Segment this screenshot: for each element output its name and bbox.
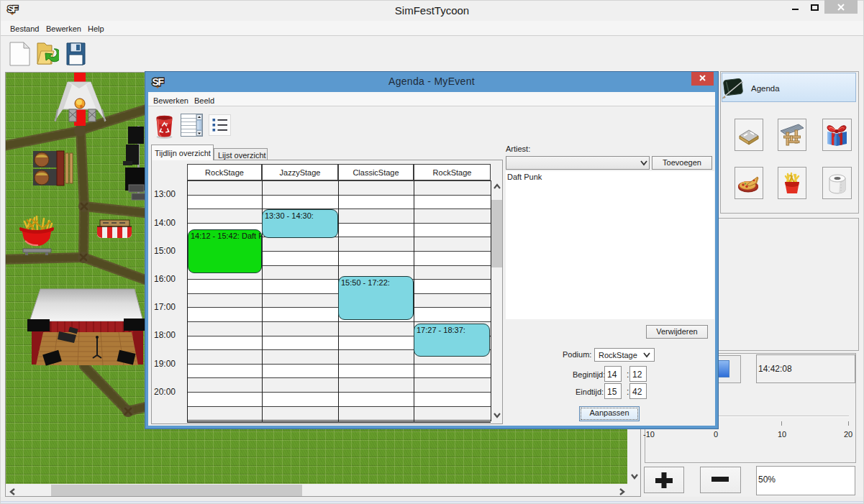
svg-text:SF: SF	[7, 4, 18, 14]
